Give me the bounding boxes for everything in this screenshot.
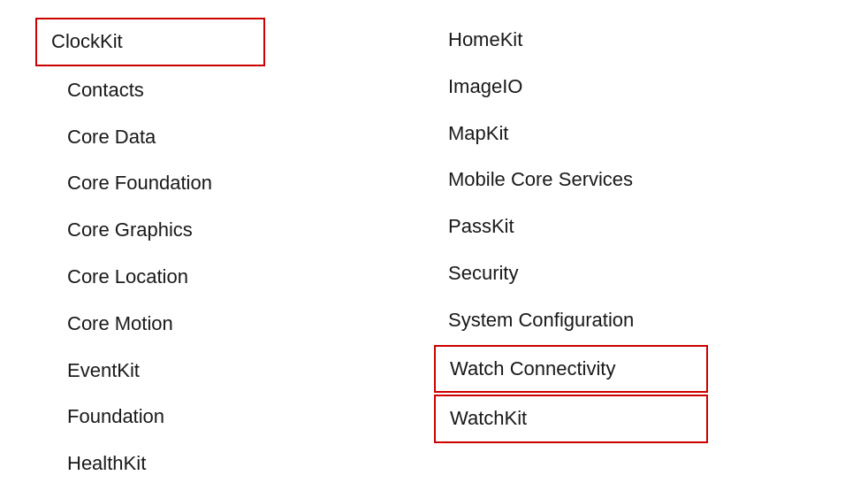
list-item[interactable]: Core Location <box>35 255 434 300</box>
left-column: ClockKitContactsCore DataCore Foundation… <box>35 18 434 465</box>
list-item[interactable]: Foundation <box>35 395 434 440</box>
right-column: HomeKitImageIOMapKitMobile Core Services… <box>434 18 833 465</box>
right-item[interactable]: HomeKit <box>434 18 833 63</box>
list-item[interactable]: HealthKit <box>35 441 434 483</box>
right-item[interactable]: MapKit <box>434 111 833 157</box>
right-item[interactable]: System Configuration <box>434 298 833 343</box>
main-container: ClockKitContactsCore DataCore Foundation… <box>0 0 868 483</box>
right-item[interactable]: ImageIO <box>434 65 833 110</box>
list-item[interactable]: Core Motion <box>35 302 434 347</box>
right-item[interactable]: Security <box>434 251 833 296</box>
list-item[interactable]: Core Data <box>35 115 434 160</box>
list-item[interactable]: Core Graphics <box>35 208 434 253</box>
list-item[interactable]: EventKit <box>35 349 434 394</box>
list-item[interactable]: Contacts <box>35 68 434 113</box>
right-item[interactable]: Mobile Core Services <box>434 157 833 203</box>
list-item[interactable]: ClockKit <box>35 18 265 66</box>
list-item[interactable]: Core Foundation <box>35 161 434 206</box>
right-item[interactable]: Watch Connectivity <box>434 345 708 394</box>
right-item[interactable]: WatchKit <box>434 395 708 443</box>
right-item[interactable]: PassKit <box>434 204 833 249</box>
